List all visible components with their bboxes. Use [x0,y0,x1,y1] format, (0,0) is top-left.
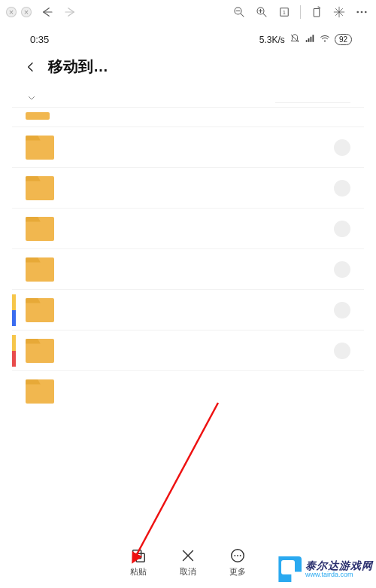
wifi-icon [320,33,330,46]
back-icon[interactable] [41,5,54,19]
folder-icon [26,112,50,120]
site-watermark: 泰尔达游戏网 www.tairda.com [276,556,373,582]
more-label: 更多 [229,566,246,577]
rotate-icon[interactable] [310,5,323,19]
list-item[interactable] [12,107,364,126]
page-count-icon[interactable]: 1 [277,5,291,19]
forward-icon[interactable] [63,5,77,19]
paste-label: 粘贴 [130,566,147,577]
svg-point-6 [361,11,363,14]
radio-select[interactable] [334,261,350,278]
list-item[interactable] [12,330,364,370]
signal-icon [305,33,315,46]
radio-select[interactable] [334,139,350,156]
folder-icon [26,339,54,363]
watermark-logo [276,556,302,582]
paste-button[interactable]: 粘贴 [130,547,147,577]
list-item[interactable] [12,208,364,248]
list-item[interactable] [12,167,364,208]
cancel-label: 取消 [180,566,196,577]
phone-viewport: 0:35 5.3K/s 92 移动到… [12,30,364,588]
svg-rect-10 [136,553,144,562]
svg-rect-9 [133,550,141,559]
radio-select[interactable] [334,221,350,237]
dnd-icon [290,33,300,46]
status-bar: 0:35 5.3K/s 92 [12,30,364,49]
close-icon[interactable]: × [21,7,32,17]
svg-point-12 [234,555,235,556]
back-button[interactable] [23,59,39,75]
close-icon[interactable]: × [6,7,17,17]
cancel-button[interactable]: 取消 [180,547,196,577]
close-icon [180,547,196,564]
browser-toolbar: × × 1 [0,0,376,24]
breadcrumb-chevron[interactable] [12,87,364,107]
tab-close-group: × × [6,7,32,17]
watermark-url: www.tairda.com [305,571,373,578]
folder-icon [26,176,54,200]
svg-point-8 [324,41,326,42]
folder-list [12,87,364,588]
svg-point-7 [365,11,367,14]
zoom-out-icon[interactable] [232,5,246,19]
more-circle-icon [229,547,246,564]
list-item[interactable] [12,126,364,167]
svg-point-13 [237,555,238,556]
battery-level: 92 [335,34,352,45]
sparkle-icon[interactable] [332,5,346,19]
folder-icon [26,136,54,160]
folder-icon [26,257,54,282]
item-color-stripe [12,294,16,326]
more-dots-icon[interactable] [355,5,368,19]
status-netspeed: 5.3K/s [259,35,285,45]
folder-icon [26,298,54,322]
radio-select[interactable] [334,180,350,197]
divider [300,5,301,19]
folder-icon [26,217,54,241]
paste-icon [130,547,147,564]
svg-rect-4 [314,9,320,17]
list-item[interactable] [12,370,364,411]
more-button[interactable]: 更多 [229,547,246,577]
item-color-stripe [12,335,16,367]
svg-point-14 [240,555,241,556]
page-header: 移动到… [12,49,364,87]
watermark-name: 泰尔达游戏网 [305,560,373,571]
folder-icon [26,379,54,404]
svg-text:1: 1 [283,10,286,15]
svg-point-5 [356,11,359,14]
list-item[interactable] [12,248,364,289]
page-title: 移动到… [48,56,108,77]
status-time: 0:35 [30,34,49,45]
list-item[interactable] [12,289,364,330]
zoom-in-icon[interactable] [255,5,268,19]
radio-select[interactable] [334,343,350,359]
radio-select[interactable] [334,302,350,318]
